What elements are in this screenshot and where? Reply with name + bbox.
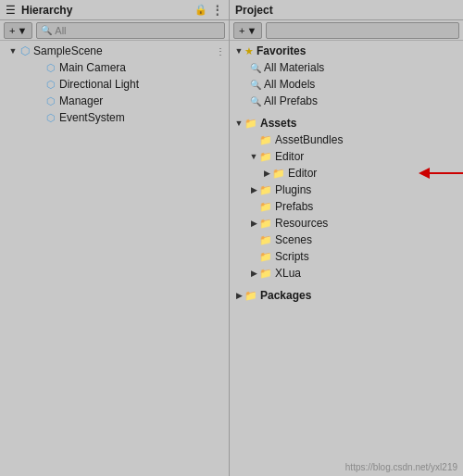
packages-label: Packages [260,289,311,302]
expand-arrow-plugins [248,184,259,195]
project-add-button[interactable]: + ▼ [233,22,262,39]
favorites-label: Favorites [257,44,306,57]
project-item-assetbundles[interactable]: 📁 AssetBundles [230,132,463,148]
expand-arrow-xlua [248,268,259,279]
project-item-editor-child[interactable]: 📁 Editor [230,165,463,182]
assets-folder-icon: 📁 [244,118,257,130]
packages-section[interactable]: 📁 Packages [230,287,463,304]
eventsystem-label: EventSystem [59,111,229,124]
gameobject-icon-light: ⬡ [44,78,57,91]
project-item-resources[interactable]: 📁 Resources [230,215,463,232]
scene-icon: ⬡ [19,44,31,57]
editor-parent-label: Editor [275,150,304,163]
expand-arrow-directional-light [33,79,44,90]
hierarchy-item-eventsystem[interactable]: ⬡ EventSystem [0,109,229,126]
project-item-prefabs[interactable]: 📁 Prefabs [230,198,463,215]
scripts-folder-icon: 📁 [259,251,272,263]
hierarchy-panel: ☰ Hierarchy 🔒 ⋮ + ▼ 🔍 ⬡ Sampl [0,0,230,476]
hierarchy-item-directional-light[interactable]: ⬡ Directional Light [0,76,229,93]
scripts-label: Scripts [275,250,309,263]
expand-arrow-manager [33,95,44,106]
project-header: Project [230,0,463,20]
project-search-box[interactable] [266,22,459,39]
project-item-all-prefabs[interactable]: 🔍 All Prefabs [230,93,463,109]
all-materials-label: All Materials [264,61,324,74]
gameobject-icon-camera: ⬡ [44,61,57,74]
directional-light-label: Directional Light [59,78,229,91]
hierarchy-item-main-camera[interactable]: ⬡ Main Camera [0,59,229,76]
samplescene-label: SampleScene [33,44,216,57]
search-icon-materials: 🔍 [250,63,261,73]
assets-label: Assets [260,117,296,130]
plus-icon-project: + [239,25,244,36]
editor-child-folder-icon: 📁 [272,168,285,180]
expand-arrow-packages [233,290,244,301]
dots-icon[interactable]: ⋮ [211,3,223,17]
plugins-label: Plugins [275,183,311,196]
all-models-label: All Models [264,78,315,91]
hierarchy-toolbar: + ▼ 🔍 [0,20,229,41]
expand-arrow-main-camera [33,62,44,73]
gameobject-icon-eventsystem: ⬡ [44,111,57,124]
packages-folder-icon: 📁 [244,290,257,302]
hierarchy-add-button[interactable]: + ▼ [4,22,32,39]
search-icon-prefabs: 🔍 [250,96,261,106]
search-icon-models: 🔍 [250,80,261,90]
resources-folder-icon: 📁 [259,218,272,230]
project-item-xlua[interactable]: 📁 XLua [230,265,463,282]
hierarchy-item-manager[interactable]: ⬡ Manager [0,93,229,109]
plus-icon: + [9,25,15,36]
expand-arrow-assets [233,118,244,129]
scenes-folder-icon: 📁 [259,234,272,246]
gameobject-icon-manager: ⬡ [44,94,57,107]
favorites-section[interactable]: ★ Favorites [230,43,463,59]
favorites-star-icon: ★ [244,45,254,57]
chevron-icon: ▼ [17,25,27,36]
assetbundles-label: AssetBundles [275,133,343,146]
hamburger-icon: ☰ [6,4,16,17]
project-panel: Project + ▼ ★ Favorites 🔍 All Materi [230,0,463,476]
project-item-editor-parent[interactable]: 📁 Editor [230,148,463,165]
manager-label: Manager [59,94,229,107]
project-item-plugins[interactable]: 📁 Plugins [230,182,463,198]
chevron-icon-project: ▼ [246,25,257,36]
hierarchy-title: Hierarchy [21,4,189,17]
hierarchy-tree: ⬡ SampleScene ⋮ ⬡ Main Camera ⬡ Directio… [0,41,229,476]
watermark: https://blog.csdn.net/yxl219 [345,462,457,472]
editor-child-label: Editor [288,167,317,180]
xlua-label: XLua [275,267,301,280]
samplescene-menu-icon[interactable]: ⋮ [216,46,225,56]
prefabs-folder-icon: 📁 [259,201,272,213]
expand-arrow-favorites [233,45,244,56]
project-item-all-models[interactable]: 🔍 All Models [230,76,463,93]
xlua-folder-icon: 📁 [259,268,272,280]
lock-icon[interactable]: 🔒 [194,4,207,16]
project-title: Project [235,4,457,17]
editor-parent-folder-icon: 📁 [259,151,272,163]
main-camera-label: Main Camera [59,61,229,74]
all-prefabs-label: All Prefabs [264,94,318,107]
project-search-input[interactable] [270,25,455,36]
project-item-all-materials[interactable]: 🔍 All Materials [230,59,463,76]
expand-arrow-samplescene [7,45,19,56]
red-arrow-annotation [417,164,463,182]
hierarchy-search-box[interactable]: 🔍 [36,22,225,39]
plugins-folder-icon: 📁 [259,184,272,196]
hierarchy-search-input[interactable] [55,25,220,36]
hierarchy-header: ☰ Hierarchy 🔒 ⋮ [0,0,229,20]
expand-arrow-editor-parent [248,151,259,162]
project-item-scripts[interactable]: 📁 Scripts [230,248,463,265]
hierarchy-item-samplescene[interactable]: ⬡ SampleScene ⋮ [0,43,229,59]
prefabs-label: Prefabs [275,200,313,213]
project-tree: ★ Favorites 🔍 All Materials 🔍 All Models… [230,41,463,476]
assets-section[interactable]: 📁 Assets [230,115,463,132]
expand-arrow-editor-child [261,168,272,179]
expand-arrow-eventsystem [33,112,44,123]
search-icon: 🔍 [41,25,52,35]
assetbundles-folder-icon: 📁 [259,134,272,146]
scenes-label: Scenes [275,233,312,246]
hierarchy-header-icons: 🔒 ⋮ [194,3,223,17]
project-toolbar: + ▼ [230,20,463,41]
expand-arrow-resources [248,218,259,229]
project-item-scenes[interactable]: 📁 Scenes [230,232,463,248]
